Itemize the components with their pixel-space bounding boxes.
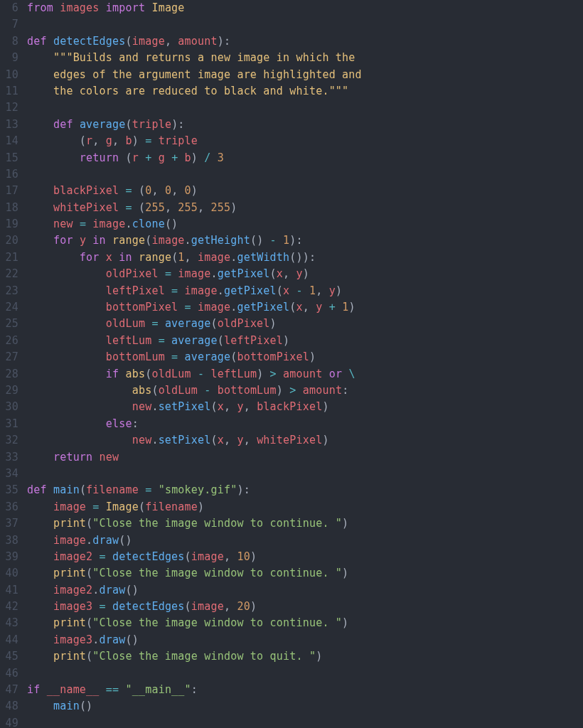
line-number: 30 <box>0 399 18 415</box>
token-kw: in <box>92 234 105 247</box>
token-p <box>27 650 53 663</box>
token-id: x <box>283 284 289 297</box>
token-p: ( <box>126 118 132 131</box>
token-p <box>151 483 158 496</box>
token-id: x <box>296 301 303 314</box>
code-area[interactable]: from images import Image def detectEdges… <box>27 0 583 728</box>
token-p: ( <box>86 616 92 629</box>
line-number: 49 <box>0 715 18 728</box>
token-p: () <box>126 584 139 596</box>
token-id: b <box>185 151 191 164</box>
line-number: 10 <box>0 67 18 83</box>
code-line: (r, g, b) = triple <box>27 133 583 149</box>
token-p <box>40 683 46 696</box>
token-p <box>27 600 53 613</box>
line-number: 29 <box>0 382 18 399</box>
token-p <box>27 700 53 712</box>
token-cls: Image <box>106 500 139 513</box>
token-p: ( <box>151 384 158 397</box>
token-fn: getPixel <box>237 301 289 314</box>
token-id: image3 <box>53 600 92 613</box>
token-id: g <box>106 134 112 147</box>
token-id: y <box>296 267 303 280</box>
token-p: , <box>244 434 257 446</box>
token-p <box>322 368 328 380</box>
token-num: 20 <box>237 600 250 613</box>
token-p: , <box>185 251 198 264</box>
token-str: "Close the image window to continue. " <box>92 567 342 579</box>
token-id: new <box>100 451 119 464</box>
token-p: ) <box>250 550 257 563</box>
token-p <box>119 683 125 696</box>
token-num: 1 <box>309 284 316 297</box>
token-kw: return <box>53 451 92 464</box>
token-p: ) <box>303 267 309 280</box>
code-line: abs(oldLum - bottomLum) > amount: <box>27 382 583 399</box>
token-p: ) <box>348 301 355 314</box>
line-number: 31 <box>0 416 18 432</box>
token-p <box>178 151 184 164</box>
token-num: 3 <box>218 151 224 164</box>
token-p <box>73 234 80 247</box>
code-line: new.setPixel(x, y, whitePixel) <box>27 432 583 449</box>
line-number: 12 <box>0 100 18 116</box>
token-op: - <box>270 234 277 247</box>
token-p <box>165 284 171 297</box>
token-p: , <box>198 201 210 214</box>
token-id: y <box>80 234 86 247</box>
line-number: 8 <box>0 33 18 50</box>
token-fn: draw <box>100 633 126 646</box>
line-number: 46 <box>0 665 18 682</box>
token-p: ( <box>86 567 92 579</box>
token-p <box>27 534 53 547</box>
line-number: 41 <box>0 582 18 599</box>
code-line: leftPixel = image.getPixel(x - 1, y) <box>27 283 583 299</box>
token-id: image <box>151 234 184 247</box>
token-fn: detectEdges <box>112 550 185 563</box>
line-number: 20 <box>0 232 18 249</box>
line-number: 28 <box>0 366 18 382</box>
token-p <box>47 35 53 48</box>
token-op: = <box>92 500 99 513</box>
line-number: 25 <box>0 316 18 332</box>
token-p <box>27 284 106 297</box>
token-id: y <box>237 434 243 446</box>
token-p <box>27 68 53 81</box>
token-p <box>27 434 132 446</box>
code-line: else: <box>27 416 583 432</box>
token-p: ) <box>336 284 342 297</box>
token-p <box>100 251 106 264</box>
code-editor: 6789101112131415161718192021222324252627… <box>0 0 583 728</box>
token-p: () <box>119 534 132 547</box>
code-line: bottomPixel = image.getPixel(x, y + 1) <box>27 299 583 316</box>
token-fn: detectEdges <box>112 600 185 613</box>
line-number: 7 <box>0 16 18 33</box>
token-id: amount <box>178 35 217 48</box>
code-line: oldLum = average(oldPixel) <box>27 316 583 332</box>
token-p <box>106 234 112 247</box>
token-id: oldPixel <box>218 317 270 330</box>
token-p: . <box>218 284 224 297</box>
token-p <box>198 384 204 397</box>
token-p: ) <box>342 567 348 579</box>
code-line: for x in range(1, image.getWidth()): <box>27 250 583 266</box>
token-p <box>159 267 165 280</box>
token-p <box>27 184 53 197</box>
code-line <box>27 715 583 728</box>
token-p <box>211 384 218 397</box>
token-builtin: print <box>53 517 86 530</box>
token-p: ( <box>211 317 218 330</box>
token-p <box>86 218 92 230</box>
token-p <box>92 550 99 563</box>
token-p: ) <box>198 500 204 513</box>
token-p: . <box>86 534 92 547</box>
code-line: """Builds and returns a new image in whi… <box>27 50 583 66</box>
code-line: image.draw() <box>27 532 583 549</box>
line-number: 21 <box>0 250 18 266</box>
token-p <box>27 417 106 430</box>
token-p <box>106 600 112 613</box>
token-p: ( <box>171 251 178 264</box>
token-fn: getWidth <box>237 251 289 264</box>
token-kw: from <box>27 1 53 14</box>
token-kw: def <box>27 35 47 48</box>
